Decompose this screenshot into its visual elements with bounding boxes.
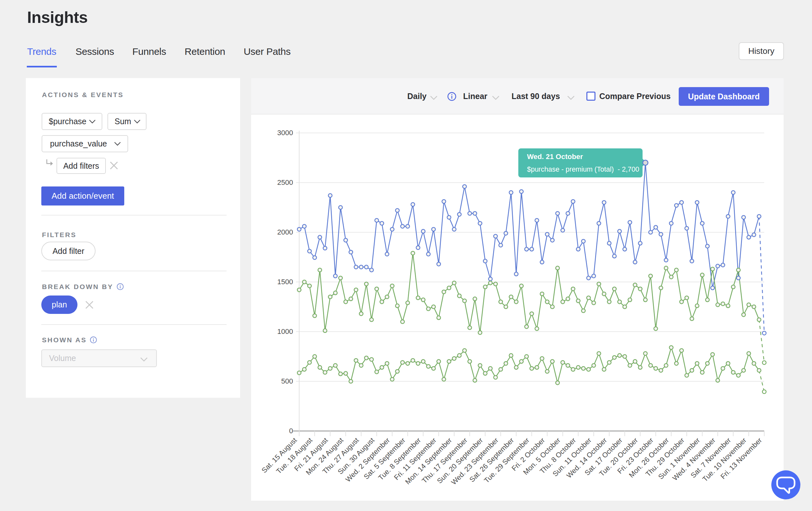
svg-text:2000: 2000 bbox=[277, 228, 293, 236]
svg-text:2500: 2500 bbox=[277, 178, 293, 186]
svg-text:1000: 1000 bbox=[277, 327, 293, 335]
svg-text:0: 0 bbox=[289, 427, 293, 435]
svg-text:Wed. 21 October: Wed. 21 October bbox=[527, 153, 583, 161]
svg-text:1500: 1500 bbox=[277, 278, 293, 286]
svg-text:3000: 3000 bbox=[277, 129, 293, 137]
svg-text:$purchase - premium (Total) -: $purchase - premium (Total) - 2,700 bbox=[527, 166, 639, 173]
svg-text:500: 500 bbox=[281, 377, 293, 385]
